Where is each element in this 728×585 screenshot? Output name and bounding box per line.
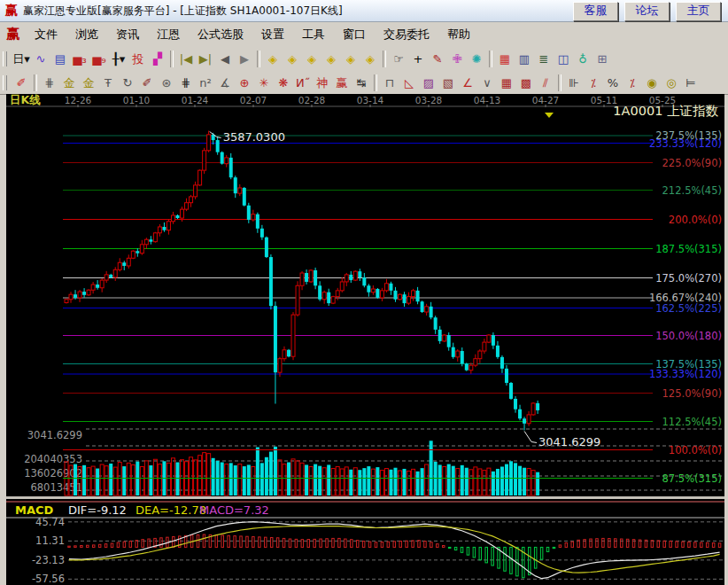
gold-circle-icon[interactable]: ◉	[642, 73, 662, 92]
pencil-red-icon[interactable]: ✐	[12, 73, 31, 92]
first-page-icon[interactable]: |◀	[176, 49, 196, 68]
box-grid-icon[interactable]: ⊓	[380, 73, 399, 92]
gann-diamond-left-icon[interactable]: ◈	[263, 49, 283, 68]
wave-overlay-icon[interactable]: ∿	[31, 49, 50, 68]
marker-pen-icon[interactable]: ✐	[137, 73, 157, 92]
red-grid-icon[interactable]: ▦	[497, 73, 516, 92]
candle	[234, 177, 237, 193]
volume-bar	[500, 466, 504, 495]
shen-tool-icon[interactable]: 神	[313, 73, 332, 92]
analyze-brain-icon[interactable]: ✺	[467, 49, 486, 68]
target-red-icon[interactable]: ⊕	[235, 73, 254, 92]
menu-gann[interactable]: 江恩	[148, 23, 189, 46]
gann-web-2-icon[interactable]: ❋	[274, 73, 293, 92]
width-measure-icon[interactable]: ↹	[352, 73, 371, 92]
grid-icon[interactable]: ⋕	[40, 73, 59, 92]
toolbar-separator	[34, 74, 37, 91]
swing-mark-icon[interactable]: И˝	[293, 73, 313, 92]
ying-tool-icon[interactable]: 赢	[332, 73, 352, 92]
box-fan-icon[interactable]: ▨	[419, 73, 438, 92]
chart-canvas[interactable]: 12-2601-1001-2402-0702-2803-1403-2804-13…	[6, 94, 724, 585]
candle	[331, 297, 335, 303]
angle-tool-icon[interactable]: ∡	[215, 73, 235, 92]
f-grid-icon[interactable]: Ŧ	[98, 73, 118, 92]
menu-window[interactable]: 窗口	[334, 23, 375, 46]
bars-plus-icon[interactable]: ⊨	[681, 73, 701, 92]
percent-line-icon[interactable]: ⁒	[623, 73, 642, 92]
pen-tool-icon[interactable]: ✎	[428, 49, 447, 68]
red-grid-2-icon[interactable]: ▩	[516, 73, 536, 92]
volume-bar	[314, 464, 317, 495]
menu-file[interactable]: 文件	[26, 23, 66, 46]
last-page-icon[interactable]: ▶|	[196, 49, 215, 68]
v-line-icon[interactable]: ∨	[477, 73, 497, 92]
menu-formula-stock-pick[interactable]: 公式选股	[189, 23, 252, 46]
application-window: 赢 赢家江恩专业版[赢家服务平台] - [上证指数 SH1A0001-107日K…	[0, 0, 728, 585]
percent-tri-icon[interactable]: ⁒	[584, 73, 603, 92]
volume-axis-label: 3041.6299	[27, 429, 82, 441]
gold-grid-2-icon[interactable]: 金	[79, 73, 98, 92]
gann-diamond-shrink-icon[interactable]: ◈	[321, 49, 341, 68]
magic-tool-icon[interactable]: ✙	[447, 49, 467, 68]
notes-icon[interactable]: ≣	[534, 49, 554, 68]
volume-bar	[149, 465, 152, 495]
web-globe-icon[interactable]: ♁	[573, 49, 592, 68]
color-trend-icon[interactable]: ▞	[148, 49, 167, 68]
forum-button[interactable]: 论坛	[624, 2, 670, 21]
crosshair-tool-icon[interactable]: +	[408, 49, 428, 68]
menu-tools[interactable]: 工具	[293, 23, 334, 46]
menu-settings[interactable]: 设置	[252, 23, 293, 46]
toolbar-grip[interactable]	[3, 51, 7, 66]
candle	[523, 418, 526, 424]
hand-tool-icon[interactable]: ☞	[389, 49, 408, 68]
menu-trade-order[interactable]: 交易委托	[375, 23, 438, 46]
candle	[416, 291, 420, 301]
gann-diamond-fit-icon[interactable]: ◈	[341, 49, 360, 68]
memo-icon[interactable]: 投	[128, 49, 148, 68]
gold-grid-1-icon[interactable]: 金	[59, 73, 79, 92]
gann-web-icon[interactable]: ✳	[254, 73, 274, 92]
menu-help[interactable]: 帮助	[438, 23, 479, 46]
candle	[109, 275, 112, 277]
box-fan-2-icon[interactable]: ▧	[438, 73, 458, 92]
spiral-icon[interactable]: ↻	[118, 73, 137, 92]
date-label: 12-26	[65, 95, 92, 105]
customer-service-button[interactable]: 客服	[573, 2, 618, 21]
candle	[327, 292, 330, 303]
next-page-icon[interactable]: ▶	[235, 49, 254, 68]
prev-page-icon[interactable]: ◀	[215, 49, 235, 68]
info-board-icon[interactable]: ▤	[50, 49, 70, 68]
volume-3-icon[interactable]: ▅₃	[70, 49, 89, 68]
diag-lines-icon[interactable]: ⫽	[536, 73, 555, 92]
menu-news[interactable]: 资讯	[107, 23, 148, 46]
calendar-icon[interactable]: ▦	[495, 49, 515, 68]
candle	[291, 315, 295, 356]
kline-type-dropdown-icon[interactable]: 日▾	[12, 49, 31, 68]
fan-lines-icon[interactable]: ◺	[399, 73, 419, 92]
n2-grid-icon[interactable]: n²	[196, 73, 215, 92]
angle-line-icon[interactable]: ∠	[458, 73, 477, 92]
gann-diamond-all-icon[interactable]: ◈	[360, 49, 380, 68]
candle	[376, 289, 379, 298]
volume-9-icon[interactable]: ▅₉	[89, 49, 109, 68]
gold-circle-2-icon[interactable]: ◎	[662, 73, 681, 92]
volume-bar	[492, 472, 495, 495]
gann-diamond-right-icon[interactable]: ◈	[283, 49, 302, 68]
candle-style-dropdown-icon[interactable]: ╂▾	[109, 49, 128, 68]
home-button[interactable]: 主页	[676, 2, 721, 21]
volume-bar	[265, 457, 268, 495]
print-icon[interactable]: ⊞	[592, 49, 612, 68]
volume-bar	[122, 466, 126, 495]
percent-bars-icon[interactable]: ⊪	[564, 73, 584, 92]
candle	[153, 233, 157, 242]
volume-bar	[229, 463, 233, 495]
dense-grid-icon[interactable]: ⋕	[176, 73, 196, 92]
menu-browse[interactable]: 浏览	[66, 23, 107, 46]
gann-diamond-expand-icon[interactable]: ◈	[302, 49, 321, 68]
save-icon[interactable]: ◫	[554, 49, 573, 68]
percent-icon[interactable]: %	[603, 73, 623, 92]
toolbar-grip[interactable]	[3, 75, 7, 90]
calculator-icon[interactable]: ▥	[515, 49, 534, 68]
volume-bar	[234, 465, 237, 495]
compass-icon[interactable]: ⊛	[157, 73, 176, 92]
